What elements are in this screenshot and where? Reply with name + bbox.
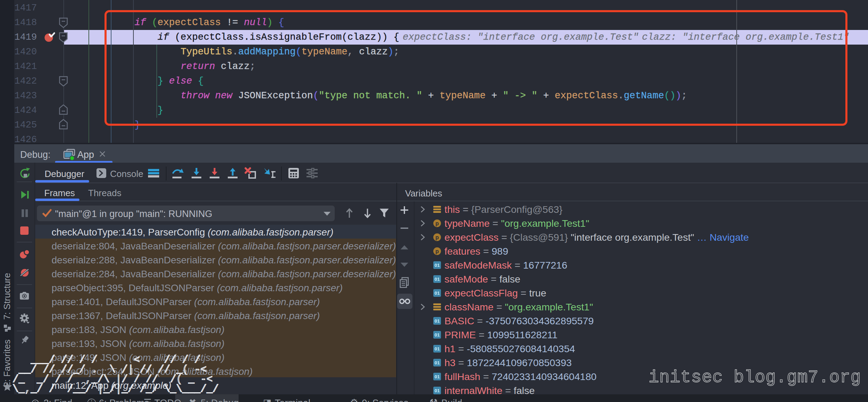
svg-text:01: 01 — [434, 374, 440, 379]
svg-text:01: 01 — [434, 346, 440, 351]
svg-text:01: 01 — [434, 277, 440, 282]
svg-text:p: p — [435, 248, 439, 254]
svg-text:01: 01 — [434, 332, 440, 338]
svg-text:01: 01 — [434, 263, 440, 268]
svg-text:p: p — [435, 221, 439, 226]
svg-text:01: 01 — [434, 318, 440, 324]
svg-text:01: 01 — [434, 291, 440, 296]
svg-text:01: 01 — [434, 388, 440, 393]
svg-text:p: p — [435, 234, 439, 240]
svg-text:01: 01 — [434, 360, 440, 365]
